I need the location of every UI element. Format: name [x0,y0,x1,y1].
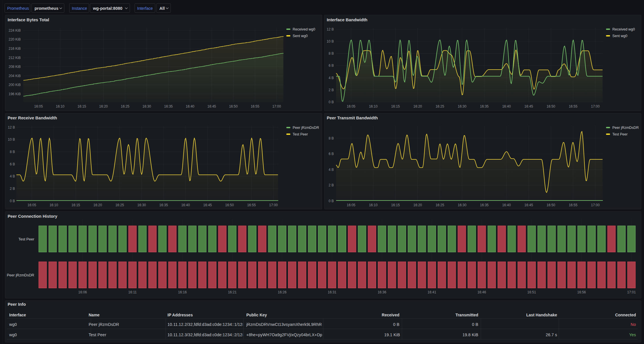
svg-text:16:10: 16:10 [369,203,378,207]
svg-text:16:30: 16:30 [458,104,466,108]
svg-text:16:55: 16:55 [251,104,259,108]
svg-text:prometheus: prometheus [35,6,58,11]
svg-text:2 B: 2 B [329,88,334,92]
svg-text:Received wg0: Received wg0 [293,27,315,31]
svg-text:16:15: 16:15 [391,203,400,207]
svg-text:16:46: 16:46 [477,290,486,294]
svg-text:16:11: 16:11 [128,290,137,294]
svg-text:10 B: 10 B [327,39,334,43]
svg-text:6 B: 6 B [329,152,334,156]
svg-text:16:51: 16:51 [527,290,536,294]
svg-text:Yes: Yes [629,332,636,337]
svg-text:Sent wg0: Sent wg0 [612,34,627,38]
svg-text:16:05: 16:05 [347,104,355,108]
svg-text:4 B: 4 B [329,76,334,80]
svg-text:4 B: 4 B [329,168,334,172]
svg-text:16:05: 16:05 [28,203,36,207]
svg-text:16:45: 16:45 [524,203,533,207]
svg-text:16:05: 16:05 [347,203,355,207]
svg-text:16:16: 16:16 [178,290,187,294]
svg-text:Public Key: Public Key [246,313,267,317]
svg-text:wg0: wg0 [9,332,17,337]
svg-text:208 KiB: 208 KiB [9,65,21,69]
svg-text:16:30: 16:30 [142,104,151,108]
svg-text:Interface: Interface [9,313,26,317]
svg-text:Test Peer: Test Peer [18,237,35,241]
svg-text:16:15: 16:15 [71,203,80,207]
svg-text:220 KiB: 220 KiB [9,37,21,41]
svg-text:16:40: 16:40 [502,203,511,207]
svg-text:0 B: 0 B [10,199,15,203]
svg-text:16:35: 16:35 [164,104,173,108]
svg-text:2 B: 2 B [329,183,334,187]
svg-text:16:20: 16:20 [99,104,108,108]
svg-text:Peer jRzmDsDR: Peer jRzmDsDR [612,126,639,130]
svg-text:16:31: 16:31 [328,290,336,294]
svg-text:8 B: 8 B [10,150,15,154]
svg-text:16:25: 16:25 [436,104,444,108]
svg-text:16:36: 16:36 [378,290,386,294]
svg-text:Instance: Instance [72,6,87,11]
svg-text:16:10: 16:10 [49,203,58,207]
svg-text:26.7 s: 26.7 s [546,332,557,337]
svg-text:16:45: 16:45 [524,104,533,108]
svg-text:16:20: 16:20 [413,104,422,108]
svg-text:+8he+pyWH7Oa9g2FVjIxQzy04brLX+: +8he+pyWH7Oa9g2FVjIxQzy04brLX+DpW1x [246,332,331,337]
svg-text:212 KiB: 212 KiB [9,56,21,60]
svg-text:Received: Received [382,313,399,317]
svg-text:Peer Receive Bandwidth: Peer Receive Bandwidth [8,116,57,120]
svg-text:16:35: 16:35 [159,203,168,207]
svg-text:16:30: 16:30 [137,203,146,207]
svg-text:16:30: 16:30 [458,203,466,207]
svg-text:216 KiB: 216 KiB [9,47,21,51]
svg-text:wg-portal:8080: wg-portal:8080 [93,6,122,11]
svg-text:16:05: 16:05 [34,104,43,108]
svg-text:16:45: 16:45 [207,104,216,108]
svg-text:Peer Info: Peer Info [8,302,26,307]
svg-text:16:50: 16:50 [547,104,555,108]
svg-text:8 B: 8 B [329,136,334,140]
svg-text:Interface: Interface [137,6,153,11]
svg-text:wg0: wg0 [9,322,17,327]
svg-text:6 B: 6 B [10,162,15,166]
svg-text:Connected: Connected [615,313,636,317]
svg-text:Prometheus: Prometheus [7,6,29,11]
svg-text:Peer jRzmDsDR: Peer jRzmDsDR [7,273,34,277]
svg-text:16:15: 16:15 [77,104,86,108]
svg-text:6 B: 6 B [329,64,334,68]
svg-text:Test Peer: Test Peer [612,132,628,136]
svg-text:8 B: 8 B [329,51,334,56]
svg-text:16:40: 16:40 [502,104,511,108]
svg-text:16:21: 16:21 [228,290,237,294]
svg-text:4 B: 4 B [10,174,15,178]
svg-text:Test Peer: Test Peer [89,332,106,337]
svg-text:17:00: 17:00 [591,203,600,207]
svg-text:17:00: 17:00 [272,104,281,108]
svg-text:16:56: 16:56 [577,290,586,294]
svg-text:16:25: 16:25 [115,203,124,207]
svg-text:10 B: 10 B [8,137,15,142]
svg-text:16:50: 16:50 [229,104,238,108]
svg-text:10.11.12.2/32,fdfd:d3ad:c0de:1: 10.11.12.2/32,fdfd:d3ad:c0de:1234::1/128 [167,322,245,327]
svg-text:16:35: 16:35 [480,104,489,108]
svg-text:Test Peer: Test Peer [293,132,308,136]
svg-text:17:01: 17:01 [627,290,636,294]
svg-text:Peer Transmit Bandwidth: Peer Transmit Bandwidth [327,116,378,120]
svg-text:196 KiB: 196 KiB [9,92,21,96]
svg-text:0 B: 0 B [329,100,334,104]
svg-text:Name: Name [89,313,100,317]
svg-text:16:10: 16:10 [56,104,64,108]
svg-text:16:55: 16:55 [247,203,256,207]
svg-text:16:50: 16:50 [547,203,555,207]
svg-text:16:15: 16:15 [391,104,400,108]
svg-text:Transmitted: Transmitted [456,313,478,317]
svg-text:17:00: 17:00 [591,104,600,108]
svg-text:16:55: 16:55 [569,104,578,108]
svg-text:16:40: 16:40 [181,203,190,207]
svg-text:204 KiB: 204 KiB [9,74,21,78]
svg-text:0 B: 0 B [329,199,334,203]
svg-text:IP Addresses: IP Addresses [167,313,193,317]
svg-text:Interface Bandwidth: Interface Bandwidth [327,18,367,22]
svg-text:16:45: 16:45 [203,203,212,207]
svg-text:16:20: 16:20 [413,203,422,207]
